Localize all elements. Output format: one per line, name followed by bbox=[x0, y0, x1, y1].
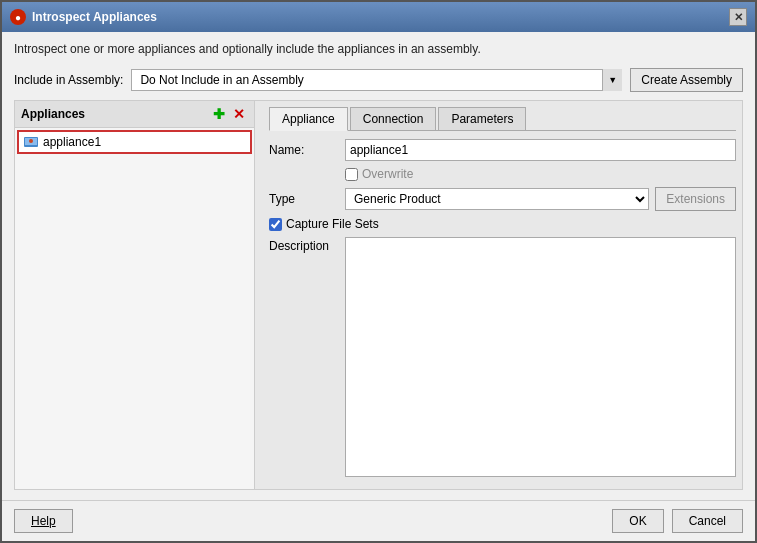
description-row: Description bbox=[269, 237, 736, 477]
capture-row: Capture File Sets bbox=[269, 217, 736, 231]
create-assembly-button[interactable]: Create Assembly bbox=[630, 68, 743, 92]
overwrite-label: Overwrite bbox=[362, 167, 413, 181]
intro-text: Introspect one or more appliances and op… bbox=[14, 42, 743, 56]
appliances-header: Appliances ✚ ✕ bbox=[15, 101, 254, 128]
tab-connection[interactable]: Connection bbox=[350, 107, 437, 130]
appliances-title: Appliances bbox=[21, 107, 85, 121]
add-appliance-button[interactable]: ✚ bbox=[210, 105, 228, 123]
tab-appliance[interactable]: Appliance bbox=[269, 107, 348, 131]
help-button[interactable]: Help bbox=[14, 509, 73, 533]
tabs: Appliance Connection Parameters bbox=[269, 107, 736, 131]
appliance-item-name: appliance1 bbox=[43, 135, 101, 149]
main-content: Appliances ✚ ✕ appliance1 bbox=[14, 100, 743, 490]
title-bar: ● Introspect Appliances ✕ bbox=[2, 2, 755, 32]
title-bar-left: ● Introspect Appliances bbox=[10, 9, 157, 25]
appliances-panel: Appliances ✚ ✕ appliance1 bbox=[15, 101, 255, 489]
description-textarea[interactable] bbox=[345, 237, 736, 477]
right-panel: Appliance Connection Parameters Name: Ov… bbox=[263, 101, 742, 489]
capture-label: Capture File Sets bbox=[286, 217, 379, 231]
assembly-select-wrapper: Do Not Include in an Assembly ▼ bbox=[131, 69, 622, 91]
appliance-item-icon bbox=[23, 134, 39, 150]
type-label: Type bbox=[269, 192, 339, 206]
svg-rect-2 bbox=[28, 146, 34, 147]
appliances-buttons: ✚ ✕ bbox=[210, 105, 248, 123]
assembly-label: Include in Assembly: bbox=[14, 73, 123, 87]
name-input[interactable] bbox=[345, 139, 736, 161]
type-select[interactable]: Generic Product bbox=[345, 188, 649, 210]
ok-button[interactable]: OK bbox=[612, 509, 663, 533]
assembly-row: Include in Assembly: Do Not Include in a… bbox=[14, 68, 743, 92]
overwrite-row: Overwrite bbox=[269, 167, 736, 181]
name-row: Name: bbox=[269, 139, 736, 161]
type-row: Type Generic Product Extensions bbox=[269, 187, 736, 211]
extensions-button[interactable]: Extensions bbox=[655, 187, 736, 211]
footer-right-buttons: OK Cancel bbox=[612, 509, 743, 533]
appliance-form: Name: Overwrite Type Generic Product bbox=[269, 139, 736, 477]
svg-point-3 bbox=[29, 139, 33, 143]
tab-parameters[interactable]: Parameters bbox=[438, 107, 526, 130]
appliances-list: appliance1 bbox=[15, 128, 254, 489]
overwrite-checkbox[interactable] bbox=[345, 168, 358, 181]
app-icon: ● bbox=[10, 9, 26, 25]
dialog-footer: Help OK Cancel bbox=[2, 500, 755, 541]
assembly-select[interactable]: Do Not Include in an Assembly bbox=[131, 69, 622, 91]
close-button[interactable]: ✕ bbox=[729, 8, 747, 26]
type-select-wrapper: Generic Product bbox=[345, 188, 649, 210]
dialog-title: Introspect Appliances bbox=[32, 10, 157, 24]
cancel-button[interactable]: Cancel bbox=[672, 509, 743, 533]
introspect-appliances-dialog: ● Introspect Appliances ✕ Introspect one… bbox=[0, 0, 757, 543]
dialog-body: Introspect one or more appliances and op… bbox=[2, 32, 755, 500]
appliance-list-item[interactable]: appliance1 bbox=[17, 130, 252, 154]
name-label: Name: bbox=[269, 143, 339, 157]
description-label: Description bbox=[269, 237, 339, 253]
remove-appliance-button[interactable]: ✕ bbox=[230, 105, 248, 123]
capture-checkbox[interactable] bbox=[269, 218, 282, 231]
